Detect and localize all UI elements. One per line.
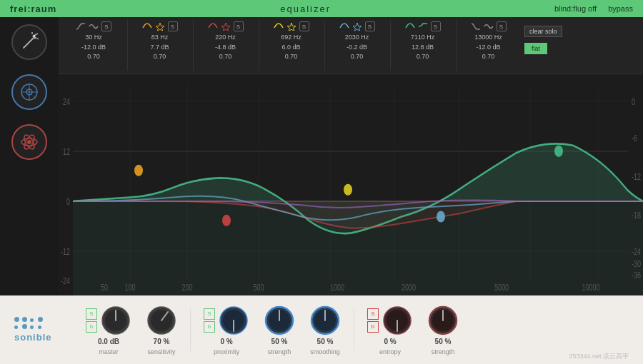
eq-band-7: S 13000 Hz -12.0 dB 0.70	[456, 20, 520, 71]
control-group-entropy: S b 0 % entropy	[360, 305, 420, 355]
y-right-minus24: -24	[632, 247, 641, 257]
master-value: 0.0 dB	[98, 338, 119, 345]
band4-s-btn[interactable]: S	[299, 21, 309, 31]
eq-band-6: S 7110 Hz 12.8 dB 0.70	[390, 20, 454, 71]
blind-flug-label[interactable]: blind:flug off	[554, 4, 597, 13]
control-group-sensitivity: 70 % sensitivity	[139, 305, 184, 355]
band4-handle[interactable]	[344, 184, 352, 196]
svg-marker-16	[221, 23, 230, 31]
dot-7	[30, 325, 34, 329]
band4-star-icon	[286, 22, 296, 31]
band1-s-btn[interactable]: S	[101, 21, 111, 31]
sensitivity-label: sensitivity	[147, 348, 175, 355]
control-group-smoothing: 50 % smoothing	[302, 305, 348, 355]
proximity-knob[interactable]	[218, 305, 249, 336]
strength1-knob[interactable]	[264, 305, 295, 336]
control-group-master: S b 0.0 dB master	[79, 305, 139, 355]
eq-band-2: S 83 Hz 7.7 dB 0.70	[127, 20, 191, 71]
band3-values: 220 Hz -4.8 dB 0.70	[215, 33, 236, 62]
band3-handle[interactable]	[222, 215, 231, 226]
svg-marker-17	[287, 23, 296, 31]
bypass-label[interactable]: bypass	[608, 4, 633, 13]
band2-s-btn[interactable]: S	[168, 21, 178, 31]
dot-2	[22, 317, 27, 322]
main-area: S 30 Hz -12.0 dB 0.70 S	[0, 17, 643, 295]
eq-band-3: S 220 Hz -4.8 dB 0.70	[193, 20, 257, 71]
band6-handle[interactable]	[554, 146, 563, 157]
y-label-minus24: -24	[61, 275, 70, 285]
proximity-s-btn[interactable]: S	[204, 308, 215, 320]
y-label-minus12: -12	[61, 247, 70, 257]
clear-solo-button[interactable]: clear solo	[524, 26, 562, 37]
master-b-btn[interactable]: b	[86, 321, 97, 333]
band6-values: 7110 Hz 12.8 dB 0.70	[411, 33, 435, 62]
master-s-btn[interactable]: S	[86, 308, 97, 320]
x-label-500: 500	[253, 283, 264, 293]
x-label-1000: 1000	[330, 283, 344, 293]
master-sb-group: S b	[86, 308, 97, 333]
proximity-value: 0 %	[220, 338, 232, 345]
dot-5	[14, 325, 18, 329]
band6-s-btn[interactable]: S	[431, 21, 441, 31]
entropy-value: 0 %	[384, 338, 396, 345]
svg-line-2	[35, 34, 38, 35]
sensitivity-knob[interactable]	[146, 305, 177, 336]
svg-marker-18	[353, 23, 362, 31]
entropy-s-btn[interactable]: S	[367, 308, 379, 320]
x-label-200: 200	[181, 283, 192, 293]
band5-values: 2030 Hz -0.2 dB 0.70	[345, 33, 369, 62]
dot-1	[14, 317, 19, 322]
band7-type-icon	[471, 22, 481, 31]
eq-graph[interactable]: 24 12 0 -12 -24 0 -6 -12 -18 -24 -30 -36…	[59, 74, 643, 295]
brand-logo: sonible	[14, 317, 64, 343]
eq-graph-svg: 24 12 0 -12 -24 0 -6 -12 -18 -24 -30 -36…	[59, 74, 643, 295]
band6-type-icon	[405, 22, 415, 31]
entropy-knob[interactable]	[382, 305, 413, 336]
dot-3	[30, 318, 34, 322]
control-group-strength1: 50 % strength	[256, 305, 302, 355]
eq-band-1: S 30 Hz -12.0 dB 0.70	[61, 20, 126, 71]
band1-type-icon	[76, 22, 86, 31]
entropy-sb-group: S b	[367, 308, 379, 333]
strength2-knob[interactable]	[427, 305, 459, 336]
master-knob[interactable]	[100, 305, 131, 336]
strength2-label: strength	[432, 348, 455, 355]
band2-star-icon	[155, 22, 165, 31]
brand-title: frei:raum	[10, 4, 56, 14]
plugin-title: equalizer	[280, 4, 331, 14]
dot-6	[22, 324, 27, 329]
control-group-proximity: S b 0 % proximity	[196, 305, 256, 355]
smoothing-value: 50 %	[317, 338, 334, 345]
band2-type-icon	[142, 22, 152, 31]
band3-s-btn[interactable]: S	[234, 21, 244, 31]
y-right-0: 0	[632, 97, 635, 107]
strength2-value: 50 %	[435, 338, 452, 345]
band4-type-icon	[274, 22, 284, 31]
svg-marker-15	[156, 23, 164, 31]
atom-icon[interactable]	[11, 124, 47, 160]
smoothing-label: smoothing	[310, 348, 340, 355]
bottom-controls: sonible S b 0.0 dB master 70 % sensitivi…	[0, 295, 643, 364]
magic-wand-icon[interactable]	[11, 24, 47, 60]
y-label-24-top: 24	[63, 97, 70, 107]
band5-s-btn[interactable]: S	[365, 21, 375, 31]
band3-star-icon	[221, 22, 231, 31]
svg-line-0	[24, 38, 34, 48]
smoothing-knob[interactable]	[309, 305, 341, 336]
x-label-100: 100	[124, 283, 135, 293]
y-right-minus6: -6	[632, 133, 637, 143]
flat-button[interactable]: flat	[524, 43, 547, 54]
brand-name-label: sonible	[14, 332, 52, 343]
y-right-minus12: -12	[632, 172, 641, 182]
header-buttons: clear solo flat	[524, 20, 562, 71]
band7-s-btn[interactable]: S	[497, 21, 507, 31]
band5-handle[interactable]	[437, 211, 445, 222]
entropy-b-btn[interactable]: b	[367, 321, 379, 333]
band7-values: 13000 Hz -12.0 dB 0.70	[474, 33, 502, 62]
proximity-b-btn[interactable]: b	[204, 321, 215, 333]
brand-dots	[14, 317, 44, 329]
band3-type-icon	[208, 22, 218, 31]
band2-handle[interactable]	[134, 165, 143, 176]
spectrum-icon[interactable]	[11, 74, 47, 110]
master-label: master	[99, 348, 119, 355]
